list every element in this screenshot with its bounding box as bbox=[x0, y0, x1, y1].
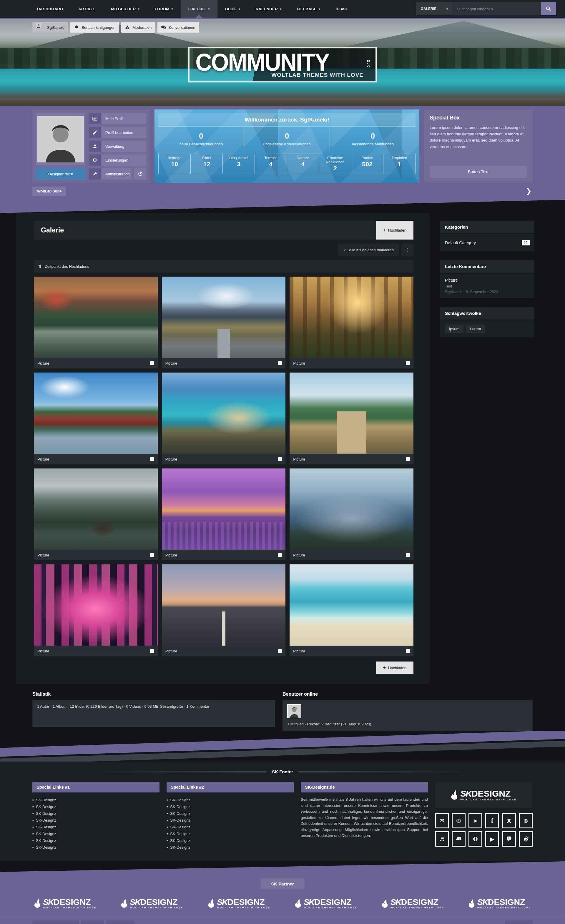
footer-link[interactable]: SK-Designz bbox=[166, 837, 294, 844]
gallery-item[interactable]: Picture bbox=[34, 277, 158, 368]
select-checkbox[interactable] bbox=[150, 457, 154, 461]
gallery-image[interactable] bbox=[289, 564, 414, 646]
gallery-image[interactable] bbox=[162, 277, 286, 358]
gallery-image[interactable] bbox=[162, 372, 286, 454]
gallery-item[interactable]: Picture bbox=[34, 468, 158, 560]
stat-reaktionen[interactable]: Erhaltene Reaktionen2 bbox=[319, 154, 351, 174]
social-instagram-button[interactable]: ⊚ bbox=[519, 813, 533, 828]
gallery-item[interactable]: Picture bbox=[162, 468, 286, 560]
nav-item-artikel[interactable]: ARTIKEL bbox=[70, 0, 103, 18]
select-checkbox[interactable] bbox=[406, 649, 410, 653]
footer-link[interactable]: SK-Designz bbox=[32, 844, 159, 851]
gallery-image[interactable] bbox=[34, 564, 158, 646]
mark-all-read-button[interactable]: ✓Alle als gelesen markieren bbox=[338, 244, 399, 256]
footer-link[interactable]: SK-Designz bbox=[32, 830, 159, 837]
nav-item-blog[interactable]: BLOG▾ bbox=[217, 0, 248, 18]
footer-link[interactable]: SK-Designz bbox=[166, 830, 294, 837]
footer-link[interactable]: SK-Designz bbox=[32, 796, 159, 803]
change-style-button[interactable]: Stil ändern bbox=[505, 921, 533, 924]
partner-logo[interactable]: SKDESIGNZWOLTLAB THEMES WITH LOVE bbox=[295, 897, 357, 909]
special-box-button[interactable]: Button Text bbox=[430, 166, 527, 178]
stat-punkte[interactable]: Punkte502 bbox=[351, 154, 384, 174]
partner-logo[interactable]: SKDESIGNZWOLTLAB THEMES WITH LOVE bbox=[121, 897, 183, 909]
select-checkbox[interactable] bbox=[406, 361, 410, 365]
gallery-image[interactable] bbox=[34, 372, 158, 454]
social-whatsapp-button[interactable]: ✆ bbox=[452, 813, 466, 828]
gallery-image[interactable] bbox=[289, 468, 414, 550]
social-telegram-button[interactable]: ➤ bbox=[469, 813, 482, 828]
footer-link[interactable]: SK-Designz bbox=[32, 810, 159, 817]
gallery-image[interactable] bbox=[289, 372, 414, 454]
search-input[interactable] bbox=[453, 2, 541, 15]
sort-bar[interactable]: ⇅ Zeitpunkt des Hochladens bbox=[34, 260, 414, 273]
footer-link[interactable]: SK-Designz bbox=[32, 837, 159, 844]
comment-item[interactable]: Picture Test SgtKaneki · 8. September 20… bbox=[445, 278, 530, 294]
stat-termine[interactable]: Termine4 bbox=[255, 154, 287, 174]
imprint-button[interactable]: Impressum bbox=[106, 921, 135, 924]
tag-ipsum[interactable]: Ipsum bbox=[445, 325, 463, 333]
social-facebook-button[interactable]: f bbox=[485, 813, 499, 828]
select-checkbox[interactable] bbox=[278, 649, 282, 653]
partner-logo[interactable]: SKDESIGNZWOLTLAB THEMES WITH LOVE bbox=[382, 897, 444, 909]
chevron-right-icon[interactable]: ❯ bbox=[526, 188, 533, 195]
stat-trophaeen[interactable]: Trophäen1 bbox=[384, 154, 415, 174]
footer-link[interactable]: SK-Designz bbox=[166, 824, 294, 830]
gallery-image[interactable] bbox=[162, 564, 286, 646]
category-default[interactable]: Default Category 12 bbox=[445, 238, 530, 247]
menu-item-settings[interactable]: Einstellungen bbox=[102, 154, 147, 166]
menu-item-administration[interactable]: Administration bbox=[102, 168, 132, 180]
select-checkbox[interactable] bbox=[406, 457, 410, 461]
nav-item-filebase[interactable]: FILEBASE▾ bbox=[289, 0, 328, 18]
gallery-item[interactable]: Picture bbox=[289, 372, 414, 464]
social-youtube-button[interactable]: ▶ bbox=[485, 831, 499, 847]
stat-blog-artikel[interactable]: Blog-Artikel3 bbox=[223, 154, 255, 174]
select-checkbox[interactable] bbox=[278, 361, 282, 365]
partner-logo[interactable]: SKDESIGNZWOLTLAB THEMES WITH LOVE bbox=[208, 897, 270, 909]
gallery-image[interactable] bbox=[162, 468, 286, 550]
menu-item-my-profile[interactable]: Mein Profil bbox=[102, 113, 147, 124]
nav-item-dashboard[interactable]: DASHBOARD bbox=[29, 0, 70, 18]
menu-item-edit-profile[interactable]: Profil bearbeiten bbox=[102, 127, 147, 138]
counter-conversations[interactable]: 0 ungelesene Konversationen bbox=[244, 126, 330, 151]
search-button[interactable] bbox=[541, 2, 556, 15]
counter-reports[interactable]: 0 ausstehende Meldungen bbox=[330, 126, 415, 151]
avatar[interactable] bbox=[287, 704, 301, 718]
social-x-button[interactable]: X bbox=[502, 813, 516, 828]
user-menu-button[interactable]: SgtKaneki bbox=[32, 22, 68, 33]
select-checkbox[interactable] bbox=[278, 457, 282, 461]
upload-button-bottom[interactable]: +Hochladen bbox=[376, 662, 414, 674]
nav-item-forum[interactable]: FORUM▾ bbox=[147, 0, 181, 18]
woltlab-suite-tab[interactable]: WoltLab Suite bbox=[32, 187, 66, 196]
nav-item-mitglieder[interactable]: MITGLIEDER▾ bbox=[103, 0, 147, 18]
gallery-item[interactable]: Picture bbox=[162, 277, 286, 368]
select-checkbox[interactable] bbox=[150, 553, 154, 557]
upload-button[interactable]: +Hochladen bbox=[376, 221, 414, 240]
footer-link[interactable]: SK-Designz bbox=[32, 824, 159, 830]
footer-link[interactable]: SK-Designz bbox=[166, 817, 294, 824]
counter-notifications[interactable]: 0 neue Benachrichtigungen bbox=[158, 126, 244, 151]
gallery-image[interactable] bbox=[34, 468, 158, 550]
contact-button[interactable]: Kontakt bbox=[81, 921, 103, 924]
gallery-item[interactable]: Picture bbox=[34, 564, 158, 656]
more-options-button[interactable]: ⋮ bbox=[401, 244, 414, 256]
footer-link[interactable]: SK-Designz bbox=[166, 844, 294, 851]
gallery-item[interactable]: Picture bbox=[289, 468, 414, 560]
nav-item-kalender[interactable]: KALENDER▾ bbox=[248, 0, 289, 18]
social-reddit-button[interactable] bbox=[519, 831, 533, 847]
social-tiktok-button[interactable]: ♬ bbox=[435, 831, 449, 847]
designer-button[interactable]: Designer mit ♥ bbox=[36, 168, 85, 180]
conversations-button[interactable]: Konversationen bbox=[157, 22, 199, 33]
social-twitch-button[interactable] bbox=[502, 831, 516, 847]
gallery-item[interactable]: Picture bbox=[289, 277, 414, 368]
nav-item-galerie[interactable]: GALERIE▾ bbox=[181, 0, 217, 18]
menu-item-management[interactable]: Verwaltung bbox=[102, 141, 147, 152]
select-checkbox[interactable] bbox=[278, 553, 282, 557]
comment-title[interactable]: Picture bbox=[445, 278, 530, 282]
select-checkbox[interactable] bbox=[406, 553, 410, 557]
tag-lorem[interactable]: Lorem bbox=[466, 325, 485, 333]
footer-link[interactable]: SK-Designz bbox=[32, 803, 159, 810]
social-discord-button[interactable] bbox=[452, 831, 466, 847]
footer-link[interactable]: SK-Designz bbox=[166, 796, 294, 803]
gallery-image[interactable] bbox=[289, 277, 414, 358]
stat-dateien[interactable]: Dateien4 bbox=[287, 154, 319, 174]
